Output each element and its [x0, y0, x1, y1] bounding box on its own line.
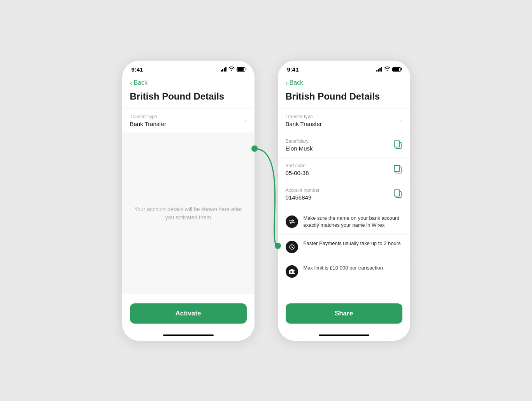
svg-marker-13: [289, 269, 295, 271]
sort-code-value: 05-00-38: [286, 170, 309, 176]
info-row-1: Make sure the name on your bank account …: [278, 209, 410, 235]
phone-right: 9:41: [278, 61, 410, 341]
page-title-left: British Pound Details: [130, 91, 247, 102]
account-number-field: Account number 01456849: [286, 187, 320, 201]
chevron-right-right: ›: [400, 117, 402, 124]
svg-rect-9: [289, 271, 290, 273]
status-bar-left: 9:41: [122, 61, 255, 76]
back-chevron-left: ‹: [130, 79, 132, 87]
beneficiary-value: Elon Musk: [286, 145, 313, 152]
activate-button[interactable]: Activate: [130, 303, 247, 324]
info-text-3: Max limit is £10 000 per transaction: [304, 264, 383, 271]
info-row-3: Max limit is £10 000 per transaction: [278, 259, 410, 283]
back-nav-left: ‹ Back: [122, 76, 255, 89]
status-bar-right: 9:41: [278, 61, 410, 76]
sort-code-row: Sort code 05-00-38: [278, 158, 410, 182]
clock-icon: [286, 241, 298, 253]
info-text-1: Make sure the name on your bank account …: [304, 215, 402, 229]
page-header-right: British Pound Details: [278, 89, 410, 109]
bank-icon: [286, 265, 298, 278]
back-button-right[interactable]: ‹ Back: [286, 79, 402, 87]
info-text-2: Faster Payments usually take up to 2 hou…: [304, 240, 401, 247]
home-bar-left: [163, 334, 214, 336]
wifi-icon-right: [384, 67, 390, 72]
home-indicator-left: [122, 331, 255, 341]
account-number-label: Account number: [286, 187, 320, 193]
transfer-type-row-left[interactable]: Transfer type Bank Transfer ›: [122, 109, 255, 133]
battery-icon-right: [392, 67, 401, 72]
beneficiary-row: Beneficiary Elon Musk: [278, 133, 410, 158]
page-container: 9:41: [0, 0, 532, 401]
phone-left: 9:41: [122, 61, 255, 341]
svg-rect-14: [289, 273, 295, 274]
details-list: Transfer type Bank Transfer › Beneficiar…: [278, 109, 410, 206]
home-indicator-right: [278, 331, 410, 341]
copy-sort-code-button[interactable]: [394, 165, 402, 174]
info-row-2: Faster Payments usually take up to 2 hou…: [278, 235, 410, 259]
account-number-value: 01456849: [286, 194, 320, 201]
back-chevron-right: ‹: [286, 79, 288, 87]
sort-code-label: Sort code: [286, 163, 309, 168]
transfer-type-label-right: Transfer type: [286, 114, 322, 119]
back-label-left: Back: [134, 79, 148, 86]
back-button-left[interactable]: ‹ Back: [130, 79, 247, 87]
battery-icon-left: [237, 67, 245, 72]
transfer-type-label-left: Transfer type: [130, 114, 166, 119]
status-time-right: 9:41: [287, 66, 299, 73]
svg-rect-5: [394, 165, 400, 172]
back-label-right: Back: [290, 79, 304, 86]
transfer-type-row-right[interactable]: Transfer type Bank Transfer ›: [278, 109, 410, 133]
svg-rect-12: [293, 271, 294, 273]
copy-beneficiary-button[interactable]: [394, 140, 402, 150]
page-title-right: British Pound Details: [286, 91, 402, 102]
status-icons-left: [221, 67, 245, 72]
phones-wrapper: 9:41: [122, 61, 410, 341]
svg-rect-11: [292, 271, 293, 273]
sort-code-field: Sort code 05-00-38: [286, 163, 309, 176]
signal-icon-left: [221, 67, 226, 72]
transfer-type-value-left: Bank Transfer: [130, 121, 166, 127]
beneficiary-field: Beneficiary Elon Musk: [286, 138, 313, 152]
svg-rect-10: [290, 271, 291, 273]
transfer-type-field-left: Transfer type Bank Transfer: [130, 114, 166, 127]
transfer-type-field-right: Transfer type Bank Transfer: [286, 114, 322, 127]
home-bar-right: [319, 334, 369, 336]
page-header-left: British Pound Details: [122, 89, 255, 109]
transfer-type-value-right: Bank Transfer: [286, 121, 322, 127]
empty-state: Your account details will be shown here …: [122, 133, 255, 294]
transfer-icon: [286, 215, 298, 228]
svg-rect-7: [394, 190, 400, 196]
share-button[interactable]: Share: [286, 303, 402, 324]
svg-rect-3: [394, 141, 400, 147]
empty-state-text: Your account details will be shown here …: [130, 205, 247, 222]
chevron-right-left: ›: [244, 117, 246, 124]
wifi-icon-left: [228, 67, 235, 72]
info-section: Make sure the name on your bank account …: [278, 209, 410, 283]
beneficiary-label: Beneficiary: [286, 138, 313, 144]
signal-icon-right: [376, 67, 382, 72]
copy-account-number-button[interactable]: [394, 189, 402, 199]
account-number-row: Account number 01456849: [278, 182, 410, 206]
back-nav-right: ‹ Back: [278, 76, 410, 89]
status-icons-right: [376, 67, 401, 72]
status-time-left: 9:41: [132, 66, 143, 73]
